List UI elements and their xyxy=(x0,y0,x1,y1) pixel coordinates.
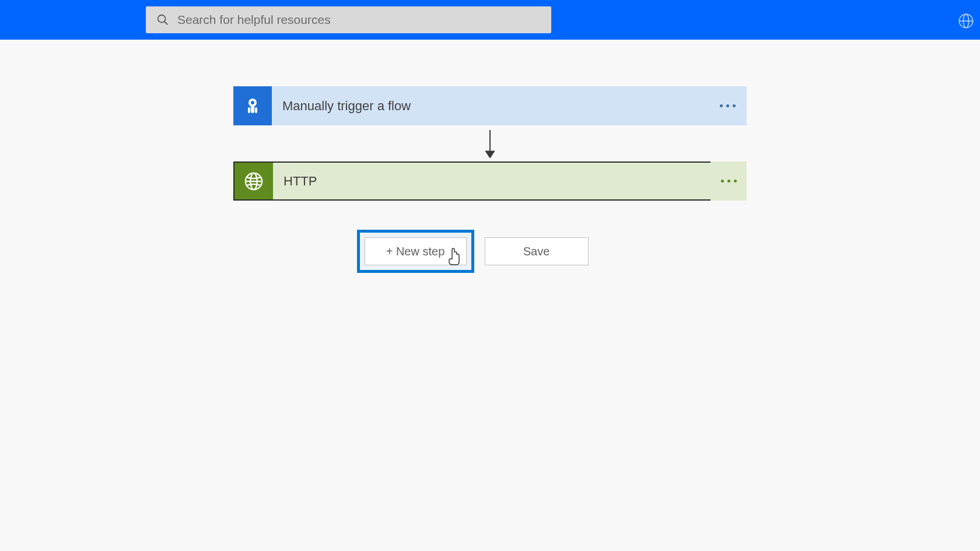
svg-line-1 xyxy=(164,22,168,25)
search-box[interactable]: Search for helpful resources xyxy=(146,6,551,33)
trigger-title: Manually trigger a flow xyxy=(282,99,411,114)
svg-rect-7 xyxy=(248,107,250,113)
new-step-button[interactable]: + New step xyxy=(365,237,467,265)
svg-marker-11 xyxy=(485,151,495,158)
svg-point-9 xyxy=(251,101,254,104)
trigger-body: Manually trigger a flow xyxy=(272,86,708,125)
svg-point-0 xyxy=(158,15,166,23)
manual-trigger-icon xyxy=(233,86,272,125)
http-body: HTTP xyxy=(273,163,710,199)
arrow-down-icon xyxy=(482,129,498,159)
svg-rect-6 xyxy=(251,105,254,113)
svg-rect-8 xyxy=(255,107,257,113)
http-action-card[interactable]: HTTP xyxy=(233,162,712,201)
search-placeholder: Search for helpful resources xyxy=(177,13,331,27)
ellipsis-icon xyxy=(720,104,736,107)
environment-icon[interactable] xyxy=(958,13,974,29)
connector-arrow xyxy=(482,125,498,162)
save-button[interactable]: Save xyxy=(485,237,589,265)
trigger-card[interactable]: Manually trigger a flow xyxy=(233,86,747,125)
new-step-highlight: + New step xyxy=(357,230,474,273)
flow-canvas: Manually trigger a flow xyxy=(0,40,980,273)
http-globe-icon xyxy=(235,163,273,199)
trigger-menu-button[interactable] xyxy=(708,86,747,125)
http-menu-button[interactable] xyxy=(710,162,747,201)
http-row: HTTP xyxy=(233,162,747,201)
ellipsis-icon xyxy=(721,180,737,183)
search-icon xyxy=(156,13,169,26)
http-title: HTTP xyxy=(284,174,317,189)
top-header: Search for helpful resources xyxy=(0,0,980,40)
action-buttons: + New step Save xyxy=(357,230,589,273)
